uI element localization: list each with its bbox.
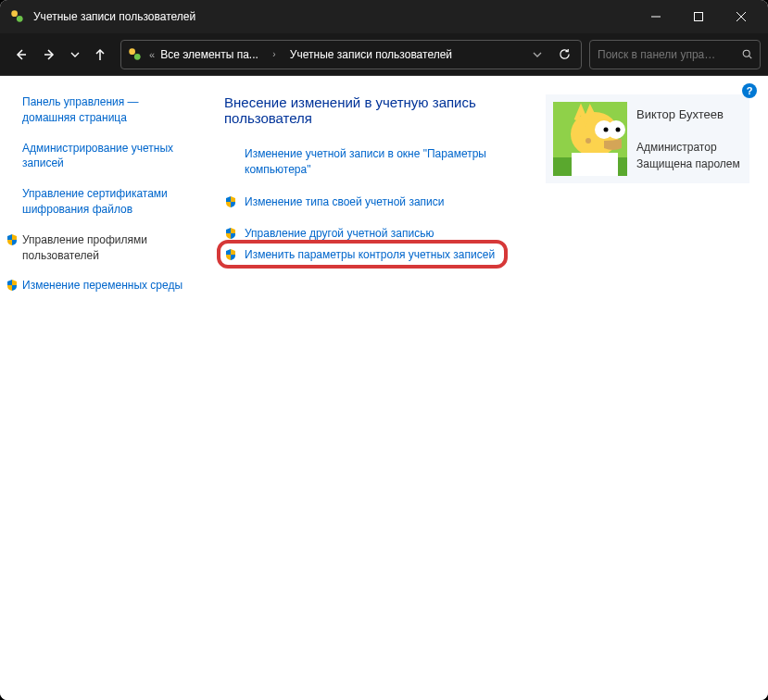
shield-icon	[6, 279, 19, 292]
svg-point-1	[17, 16, 23, 22]
task-change-in-settings[interactable]: Изменение учетной записи в окне "Парамет…	[224, 146, 529, 178]
task-uac-settings[interactable]: Изменить параметры контроля учетных запи…	[224, 247, 495, 263]
task-label: Изменить параметры контроля учетных запи…	[245, 247, 495, 263]
address-dropdown[interactable]	[527, 50, 548, 59]
sidebar-item-label: Панель управления — домашняя страница	[22, 94, 193, 126]
app-icon	[9, 8, 26, 25]
help-icon[interactable]: ?	[742, 83, 757, 98]
up-button[interactable]	[87, 42, 113, 68]
highlight-box: Изменить параметры контроля учетных запи…	[217, 240, 508, 269]
user-name: Виктор Бухтеев	[636, 106, 740, 124]
svg-point-20	[585, 138, 591, 144]
user-info: Виктор Бухтеев Администратор Защищена па…	[636, 102, 740, 172]
close-button[interactable]	[720, 0, 762, 33]
sidebar-certificates-link[interactable]: Управление сертификатами шифрования файл…	[22, 186, 193, 218]
breadcrumb-item[interactable]: Все элементы па...	[160, 48, 258, 61]
svg-point-10	[134, 53, 141, 59]
minimize-button[interactable]	[635, 0, 677, 33]
shield-icon	[6, 233, 19, 246]
shield-icon	[224, 227, 237, 240]
breadcrumb-item[interactable]: Учетные записи пользователей	[290, 48, 452, 61]
forward-button[interactable]	[37, 42, 63, 68]
address-prefix: «	[149, 49, 155, 60]
recent-dropdown[interactable]	[67, 42, 83, 68]
user-protection: Защищена паролем	[636, 156, 740, 172]
sidebar-item-label: Управление профилями пользователей	[22, 232, 193, 264]
user-role: Администратор	[636, 139, 740, 156]
page-title: Внесение изменений в учетную запись поль…	[224, 94, 529, 126]
search-box[interactable]	[589, 40, 761, 69]
svg-point-18	[604, 128, 609, 132]
shield-icon	[224, 248, 237, 261]
sidebar: Панель управления — домашняя страница Ад…	[0, 76, 204, 700]
window-controls	[635, 0, 762, 33]
sidebar-item-label: Изменение переменных среды	[22, 278, 183, 294]
back-button[interactable]	[7, 42, 33, 68]
sidebar-home-link[interactable]: Панель управления — домашняя страница	[22, 94, 193, 126]
toolbar: « Все элементы па... › Учетные записи по…	[0, 33, 768, 76]
sidebar-profiles-link[interactable]: Управление профилями пользователей	[22, 232, 193, 264]
task-label: Изменение учетной записи в окне "Парамет…	[245, 146, 529, 178]
sidebar-item-label: Администрирование учетных записей	[22, 141, 193, 172]
refresh-button[interactable]	[553, 42, 575, 68]
svg-point-9	[129, 48, 135, 55]
sidebar-item-label: Управление сертификатами шифрования файл…	[22, 186, 193, 218]
task-change-type[interactable]: Изменение типа своей учетной записи	[224, 194, 529, 210]
location-icon	[127, 46, 144, 63]
search-icon	[742, 48, 752, 60]
window: Учетные записи пользователей « Все элеме…	[0, 0, 768, 700]
main-panel: Внесение изменений в учетную запись поль…	[204, 76, 768, 700]
svg-point-0	[11, 10, 18, 17]
chevron-right-icon[interactable]: ›	[264, 49, 284, 59]
sidebar-env-vars-link[interactable]: Изменение переменных среды	[22, 278, 193, 294]
task-label: Изменение типа своей учетной записи	[245, 194, 444, 210]
sidebar-admin-accounts-link[interactable]: Администрирование учетных записей	[22, 141, 193, 172]
svg-point-11	[743, 50, 749, 56]
svg-rect-3	[695, 13, 703, 21]
svg-rect-21	[572, 153, 618, 176]
svg-line-12	[749, 56, 751, 58]
maximize-button[interactable]	[677, 0, 720, 33]
avatar	[553, 102, 627, 176]
title-bar[interactable]: Учетные записи пользователей	[0, 0, 768, 33]
window-title: Учетные записи пользователей	[33, 10, 635, 23]
search-input[interactable]	[598, 48, 737, 61]
shield-icon	[224, 195, 237, 208]
user-card: Виктор Бухтеев Администратор Защищена па…	[546, 94, 749, 183]
svg-point-19	[616, 128, 621, 132]
address-bar[interactable]: « Все элементы па... › Учетные записи по…	[120, 40, 582, 69]
content-area: ? Панель управления — домашняя страница …	[0, 76, 768, 700]
